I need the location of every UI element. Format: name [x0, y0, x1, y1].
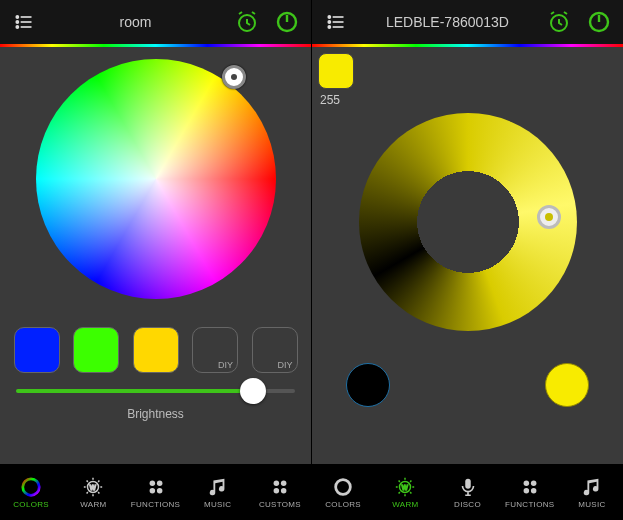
- svg-point-20: [328, 16, 330, 18]
- tab-disco[interactable]: DISCO: [436, 465, 498, 520]
- preset-yellow[interactable]: [545, 363, 589, 407]
- alarm-icon[interactable]: [541, 4, 577, 40]
- swatch-3[interactable]: [133, 327, 179, 373]
- svg-point-12: [149, 481, 155, 487]
- header: LEDBLE-7860013D: [312, 0, 623, 44]
- tab-customs[interactable]: CUSTOMS: [249, 465, 311, 520]
- tab-functions[interactable]: FUNCTIONS: [499, 465, 561, 520]
- tab-colors[interactable]: COLORS: [312, 465, 374, 520]
- svg-point-35: [523, 488, 529, 494]
- svg-point-36: [531, 488, 537, 494]
- menu-list-icon[interactable]: [6, 4, 42, 40]
- swatch-row: DIY DIY: [0, 327, 311, 373]
- svg-point-16: [273, 481, 279, 487]
- svg-point-21: [328, 21, 330, 23]
- brightness-slider[interactable]: Brightness: [16, 389, 295, 421]
- svg-rect-32: [465, 479, 471, 489]
- color-wheel-thumb[interactable]: [222, 65, 246, 89]
- tab-music[interactable]: MUSIC: [187, 465, 249, 520]
- svg-point-18: [273, 488, 279, 494]
- header: room: [0, 0, 311, 44]
- svg-point-9: [23, 479, 40, 496]
- page-title: LEDBLE-7860013D: [358, 14, 537, 30]
- svg-point-13: [156, 481, 162, 487]
- swatch-2[interactable]: [73, 327, 119, 373]
- svg-point-17: [281, 481, 287, 487]
- tab-label: COLORS: [13, 500, 49, 509]
- preset-black[interactable]: [346, 363, 390, 407]
- tab-label: COLORS: [325, 500, 361, 509]
- svg-point-19: [281, 488, 287, 494]
- power-icon[interactable]: [269, 4, 305, 40]
- tab-label: FUNCTIONS: [131, 500, 180, 509]
- color-wheel[interactable]: [36, 59, 276, 299]
- tab-colors[interactable]: COLORS: [0, 465, 62, 520]
- svg-point-0: [16, 16, 18, 18]
- warm-wheel[interactable]: [359, 113, 577, 331]
- tab-label: WARM: [80, 500, 106, 509]
- svg-point-2: [16, 26, 18, 28]
- tab-label: CUSTOMS: [259, 500, 301, 509]
- swatch-diy-1[interactable]: DIY: [192, 327, 238, 373]
- tab-label: WARM: [392, 500, 418, 509]
- svg-point-1: [16, 21, 18, 23]
- svg-point-15: [156, 488, 162, 494]
- brightness-thumb[interactable]: [240, 378, 266, 404]
- main-area: DIY DIY Brightness: [0, 47, 311, 464]
- svg-text:W: W: [90, 484, 97, 491]
- tab-music[interactable]: MUSIC: [561, 465, 623, 520]
- svg-point-14: [149, 488, 155, 494]
- tab-label: MUSIC: [204, 500, 231, 509]
- right-screen: LEDBLE-7860013D 255 COLORS: [311, 0, 623, 520]
- alarm-icon[interactable]: [229, 4, 265, 40]
- main-area: 255: [312, 47, 623, 464]
- page-title: room: [46, 14, 225, 30]
- tab-bar: COLORS W WARM DISCO FUNCTIONS MUSIC: [312, 464, 623, 520]
- tab-warm[interactable]: W WARM: [374, 465, 436, 520]
- swatch-1[interactable]: [14, 327, 60, 373]
- svg-point-29: [336, 480, 351, 495]
- current-color-swatch[interactable]: [318, 53, 354, 89]
- brightness-label: Brightness: [16, 407, 295, 421]
- tab-label: FUNCTIONS: [505, 500, 554, 509]
- tab-label: DISCO: [454, 500, 481, 509]
- power-icon[interactable]: [581, 4, 617, 40]
- warm-wheel-thumb[interactable]: [537, 205, 561, 229]
- tab-functions[interactable]: FUNCTIONS: [124, 465, 186, 520]
- tab-bar: COLORS W WARM FUNCTIONS MUSIC CUSTOMS: [0, 464, 311, 520]
- tab-warm[interactable]: W WARM: [62, 465, 124, 520]
- current-color-value: 255: [320, 93, 340, 107]
- left-screen: room DIY DIY Brightness: [0, 0, 311, 520]
- menu-list-icon[interactable]: [318, 4, 354, 40]
- svg-point-22: [328, 26, 330, 28]
- tab-label: MUSIC: [578, 500, 605, 509]
- svg-point-34: [531, 481, 537, 487]
- swatch-diy-2[interactable]: DIY: [252, 327, 298, 373]
- svg-text:W: W: [402, 484, 409, 491]
- svg-point-33: [523, 481, 529, 487]
